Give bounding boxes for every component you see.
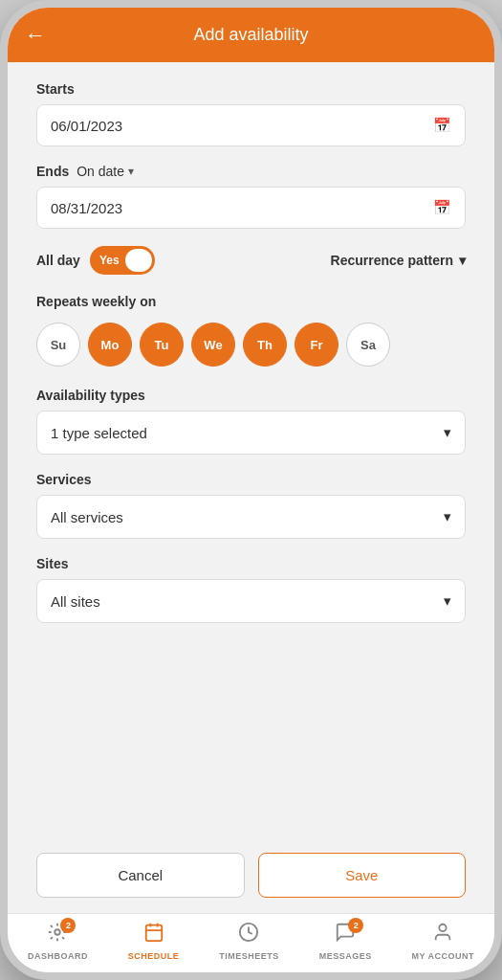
messages-nav-label: MESSAGES (319, 951, 372, 961)
allday-label: All day (36, 253, 80, 268)
ends-section: Ends On date ▾ 08/31/2023 📅 (36, 164, 466, 229)
availability-types-label: Availability types (36, 388, 466, 403)
dashboard-nav-label: DASHBOARD (28, 951, 88, 961)
availability-types-arrow: ▾ (444, 424, 451, 441)
recurrence-chevron: ▾ (459, 253, 466, 268)
starts-section: Starts 06/01/2023 📅 (36, 81, 466, 146)
starts-value: 06/01/2023 (51, 118, 122, 134)
svg-point-6 (440, 924, 447, 931)
day-btn-tu[interactable]: Tu (140, 323, 184, 367)
messages-badge: 2 (348, 918, 363, 933)
days-row: SuMoTuWeThFrSa (36, 323, 466, 367)
services-arrow: ▾ (444, 508, 451, 525)
allday-section: All day Yes (36, 246, 155, 275)
phone-shell: ← Add availability Starts 06/01/2023 📅 E… (0, 0, 502, 980)
header: ← Add availability (8, 8, 494, 62)
bottom-nav: 2DASHBOARDSCHEDULETIMESHEETS2MESSAGESMY … (8, 913, 494, 972)
toggle-knob (125, 249, 152, 272)
sites-dropdown[interactable]: All sites ▾ (36, 579, 466, 623)
day-btn-we[interactable]: We (191, 323, 235, 367)
sites-value: All sites (51, 593, 100, 610)
content-area: Starts 06/01/2023 📅 Ends On date ▾ 08/31… (8, 62, 494, 837)
page-title: Add availability (193, 25, 308, 45)
recurrence-pattern-button[interactable]: Recurrence pattern ▾ (331, 253, 466, 268)
ends-mode-dropdown[interactable]: On date ▾ (76, 164, 134, 179)
calendar-icon-ends: 📅 (433, 199, 451, 216)
nav-item-messages[interactable]: 2MESSAGES (319, 922, 372, 961)
services-dropdown[interactable]: All services ▾ (36, 495, 466, 539)
day-btn-mo[interactable]: Mo (88, 323, 132, 367)
services-value: All services (51, 509, 123, 525)
day-btn-sa[interactable]: Sa (346, 323, 390, 367)
cancel-button[interactable]: Cancel (36, 853, 245, 898)
day-btn-su[interactable]: Su (36, 323, 80, 367)
schedule-nav-icon (143, 922, 164, 948)
repeats-label: Repeats weekly on (36, 294, 466, 309)
dashboard-nav-icon: 2 (47, 922, 68, 948)
svg-rect-1 (145, 925, 162, 942)
ends-label: Ends (36, 164, 69, 179)
nav-item-timesheets[interactable]: TIMESHEETS (219, 922, 279, 961)
back-button[interactable]: ← (25, 23, 46, 48)
availability-types-dropdown[interactable]: 1 type selected ▾ (36, 411, 466, 455)
services-section: Services All services ▾ (36, 472, 466, 539)
calendar-icon-starts: 📅 (433, 117, 451, 134)
nav-item-schedule[interactable]: SCHEDULE (128, 922, 180, 961)
ends-mode-chevron: ▾ (128, 165, 134, 178)
save-button[interactable]: Save (258, 853, 467, 898)
services-label: Services (36, 472, 466, 487)
timesheets-nav-label: TIMESHEETS (219, 951, 279, 961)
bottom-buttons: Cancel Save (8, 837, 494, 913)
day-btn-th[interactable]: Th (243, 323, 287, 367)
myaccount-nav-label: MY ACCOUNT (412, 951, 475, 961)
myaccount-nav-icon (432, 922, 453, 948)
ends-value: 08/31/2023 (51, 200, 122, 216)
svg-point-0 (55, 929, 61, 935)
allday-toggle[interactable]: Yes (90, 246, 155, 275)
ends-input[interactable]: 08/31/2023 📅 (36, 187, 466, 229)
day-btn-fr[interactable]: Fr (295, 323, 338, 367)
timesheets-nav-icon (238, 922, 259, 948)
allday-recurrence-row: All day Yes Recurrence pattern ▾ (36, 246, 466, 275)
sites-label: Sites (36, 556, 466, 571)
sites-section: Sites All sites ▾ (36, 556, 466, 623)
messages-nav-icon: 2 (335, 922, 356, 948)
availability-types-section: Availability types 1 type selected ▾ (36, 388, 466, 455)
schedule-nav-label: SCHEDULE (128, 951, 180, 961)
recurrence-label: Recurrence pattern (331, 253, 453, 268)
ends-row: Ends On date ▾ (36, 164, 466, 179)
availability-types-value: 1 type selected (51, 425, 147, 441)
nav-item-dashboard[interactable]: 2DASHBOARD (28, 922, 88, 961)
sites-arrow: ▾ (444, 592, 451, 610)
dashboard-badge: 2 (60, 918, 76, 933)
nav-item-myaccount[interactable]: MY ACCOUNT (412, 922, 475, 961)
toggle-yes-label: Yes (94, 249, 125, 272)
starts-label: Starts (36, 81, 466, 97)
starts-input[interactable]: 06/01/2023 📅 (36, 104, 466, 146)
ends-mode-value: On date (76, 164, 124, 179)
